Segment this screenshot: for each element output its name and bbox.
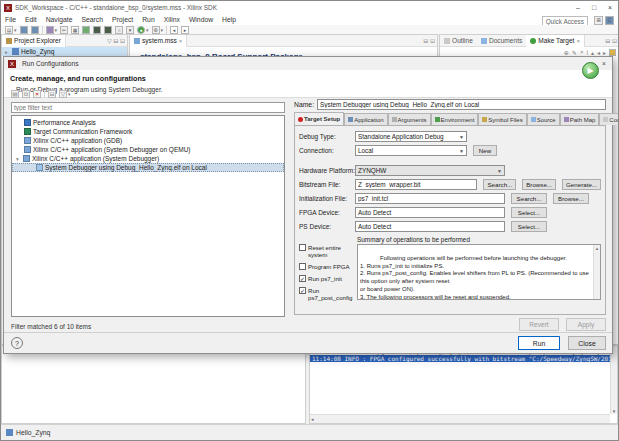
tab-path-map[interactable]: Path Map bbox=[560, 113, 600, 125]
minimize-button[interactable]: – bbox=[570, 1, 586, 14]
close-button[interactable]: × bbox=[602, 1, 618, 14]
console-horizontal-scrollbar[interactable]: ◂ bbox=[310, 414, 610, 423]
close-tab-icon[interactable]: × bbox=[179, 38, 183, 44]
save-all-icon[interactable] bbox=[31, 26, 39, 34]
checkbox-icon[interactable] bbox=[299, 287, 306, 294]
run-ps7-post-config-checkbox[interactable]: Run ps7_post_config bbox=[299, 287, 357, 301]
delete-launch-config-icon[interactable]: × bbox=[33, 90, 41, 98]
remove-make-target-icon[interactable]: × bbox=[580, 49, 584, 56]
new-dropdown-icon[interactable]: ▾ bbox=[14, 27, 17, 33]
editor-minmax-icons[interactable]: ⊟ ⊡ bbox=[423, 37, 435, 44]
menu-navigate[interactable]: Navigate bbox=[46, 16, 73, 23]
build-all-icon[interactable] bbox=[82, 26, 90, 34]
back-icon[interactable]: ◂ bbox=[170, 26, 178, 34]
config-tree-item-qemu[interactable]: Xilinx C/C++ application (System Debugge… bbox=[12, 145, 284, 154]
home-icon[interactable]: ▴ bbox=[591, 49, 594, 56]
console-line-selected[interactable]: 11:14:08 INFO : FPGA configured successf… bbox=[310, 355, 610, 362]
filter-launch-config-icon[interactable]: ▽ bbox=[59, 90, 67, 98]
debug-dropdown-icon[interactable]: ▾ bbox=[126, 26, 134, 34]
revert-button[interactable]: Revert bbox=[519, 318, 559, 331]
tab-system-mss[interactable]: system.mss × bbox=[130, 35, 187, 47]
hardware-platform-select[interactable]: ZYNQHW ▼ bbox=[355, 165, 505, 176]
tab-source[interactable]: Source bbox=[527, 113, 560, 125]
checkbox-icon[interactable] bbox=[299, 263, 306, 270]
explorer-item-hello-zynq[interactable]: ▸ Hello_Zynq bbox=[2, 47, 127, 56]
tab-arguments[interactable]: Arguments bbox=[388, 113, 431, 125]
tab-make-target[interactable]: Make Target × bbox=[526, 35, 585, 47]
terminal-icon[interactable] bbox=[93, 26, 101, 34]
new-connection-button[interactable]: New bbox=[473, 145, 497, 156]
new-launch-config-icon[interactable]: ▤ bbox=[11, 90, 19, 98]
tab-target-setup[interactable]: Target Setup bbox=[294, 112, 344, 125]
config-tree-item-tcf[interactable]: Target Communication Framework bbox=[12, 127, 284, 136]
menu-project[interactable]: Project bbox=[112, 16, 133, 23]
program-fpga-dropdown-icon[interactable]: ▾ bbox=[55, 27, 58, 33]
menu-xilinx[interactable]: Xilinx bbox=[164, 16, 180, 23]
new-make-target-icon[interactable]: ⊕ bbox=[564, 49, 569, 56]
cpp-perspective-icon[interactable]: C bbox=[605, 16, 614, 25]
scroll-left-icon[interactable]: ◂ bbox=[311, 416, 314, 422]
debug-icon[interactable]: ☼ bbox=[115, 26, 123, 34]
program-fpga-icon[interactable] bbox=[46, 26, 54, 34]
name-input[interactable] bbox=[317, 99, 606, 110]
config-tree-item-selected-config[interactable]: System Debugger using Debug_Hello_Zynq.e… bbox=[12, 163, 284, 172]
panel-minmax-icons[interactable]: ⊟ ⊡ bbox=[605, 37, 617, 44]
summary-scrollbar[interactable]: ▴ bbox=[593, 245, 600, 299]
ps-select-button[interactable]: Select... bbox=[511, 221, 547, 232]
new-window-icon[interactable]: ▦ bbox=[71, 26, 79, 34]
external-tools-dropdown-icon[interactable]: ▾ bbox=[161, 27, 164, 33]
scroll-down-icon[interactable]: ▾ bbox=[613, 408, 616, 414]
debug-type-select[interactable]: Standalone Application Debug ▼ bbox=[355, 131, 467, 142]
menu-search[interactable]: Search bbox=[82, 16, 104, 23]
run-dropdown-icon[interactable]: ▾ bbox=[146, 27, 149, 33]
collapse-all-icon[interactable]: ⊟ bbox=[48, 90, 56, 98]
maximize-button[interactable]: □ bbox=[586, 1, 602, 14]
tab-common[interactable]: Common bbox=[599, 113, 619, 125]
build-make-target-icon[interactable] bbox=[609, 49, 616, 56]
tab-documents[interactable]: Documents bbox=[477, 35, 526, 47]
forward-icon[interactable]: ▸ bbox=[181, 26, 189, 34]
init-search-button[interactable]: Search... bbox=[511, 193, 547, 204]
close-dialog-button[interactable]: Close bbox=[568, 336, 606, 350]
bitstream-generate-button[interactable]: Generate... bbox=[562, 179, 601, 190]
expander-icon[interactable]: ▾ bbox=[16, 156, 21, 162]
config-tree-item-gdb[interactable]: Xilinx C/C++ application (GDB) bbox=[12, 136, 284, 145]
view-menu-icon[interactable]: ▽ ⊟ ⊡ bbox=[107, 37, 125, 44]
close-tab-icon[interactable]: × bbox=[576, 38, 580, 44]
run-ps7-init-checkbox[interactable]: Run ps7_init bbox=[299, 275, 357, 282]
tab-outline[interactable]: Outline bbox=[440, 35, 477, 47]
program-fpga-checkbox[interactable]: Program FPGA bbox=[299, 263, 357, 270]
console-vertical-scrollbar[interactable]: ▾ bbox=[610, 346, 617, 414]
fpga-select-button[interactable]: Select... bbox=[511, 207, 547, 218]
back-icon[interactable]: ◂ bbox=[597, 49, 600, 56]
menu-edit[interactable]: Edit bbox=[25, 16, 37, 23]
scissors-icon[interactable]: ✂ bbox=[60, 26, 68, 34]
apply-button[interactable]: Apply bbox=[566, 318, 606, 331]
menu-run[interactable]: Run bbox=[142, 16, 154, 23]
checkbox-icon[interactable] bbox=[299, 275, 306, 282]
help-button[interactable]: ? bbox=[11, 337, 23, 349]
screen-icon[interactable] bbox=[104, 26, 112, 34]
config-tree-item-system-debugger[interactable]: ▾ Xilinx C/C++ application (System Debug… bbox=[12, 154, 284, 163]
config-tree-item-performance-analysis[interactable]: Performance Analysis bbox=[12, 118, 284, 127]
tab-symbol-files[interactable]: Symbol Files bbox=[478, 113, 526, 125]
open-perspective-icon[interactable]: ⊞ bbox=[594, 16, 603, 25]
menu-window[interactable]: Window bbox=[189, 16, 213, 23]
checkbox-icon[interactable] bbox=[299, 244, 306, 251]
tab-project-explorer[interactable]: Project Explorer bbox=[2, 35, 66, 47]
menu-file[interactable]: File bbox=[5, 16, 16, 23]
reset-entire-system-checkbox[interactable]: Reset entire system bbox=[299, 244, 357, 258]
duplicate-launch-config-icon[interactable]: ⧉ bbox=[22, 90, 30, 98]
filter-input[interactable] bbox=[11, 102, 285, 113]
new-icon[interactable]: ▤ bbox=[5, 26, 13, 34]
init-browse-button[interactable]: Browse... bbox=[553, 193, 589, 204]
run-button[interactable]: Run bbox=[518, 336, 560, 350]
tab-environment[interactable]: Environment bbox=[431, 113, 479, 125]
connection-select[interactable]: Local ▼ bbox=[355, 145, 467, 156]
tab-application[interactable]: Application bbox=[344, 113, 387, 125]
run-icon[interactable]: ● bbox=[137, 26, 145, 34]
bitstream-search-button[interactable]: Search... bbox=[483, 179, 516, 190]
forward-icon[interactable]: ▸ bbox=[603, 49, 606, 56]
initialization-input[interactable] bbox=[355, 193, 505, 204]
bitstream-browse-button[interactable]: Browse... bbox=[522, 179, 556, 190]
